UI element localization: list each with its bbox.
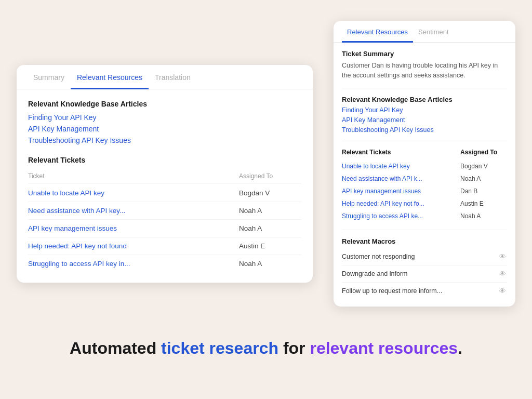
ticket-assigned-3: Austin E <box>239 242 301 250</box>
tab-summary[interactable]: Summary <box>27 65 71 89</box>
tab-sentiment[interactable]: Sentiment <box>413 21 454 43</box>
ticket-row-3: Help needed: API key not found Austin E <box>28 237 301 255</box>
back-ticket-name-3[interactable]: Help needed: API key not fo... <box>342 200 460 207</box>
back-card-tabs: Relevant Resources Sentiment <box>334 21 515 43</box>
front-col-assigned-header: Assigned To <box>239 172 301 180</box>
back-ticket-name-2[interactable]: API key management issues <box>342 188 460 195</box>
ticket-name-3[interactable]: Help needed: API key not found <box>28 242 239 250</box>
back-kb-link-2[interactable]: Troubleshooting API Key Issues <box>342 126 507 134</box>
back-col-ticket-header: Relevant Tickets <box>342 149 460 156</box>
macro-name-1: Downgrade and inform <box>342 270 498 277</box>
headline-prefix: Automated <box>70 339 161 357</box>
front-kb-link-1[interactable]: API Key Management <box>28 125 301 133</box>
back-ticket-assigned-0: Bogdan V <box>460 163 507 170</box>
back-ticket-summary-text: Customer Dan is having trouble locating … <box>342 61 507 88</box>
front-tickets-header: Ticket Assigned To <box>28 169 301 183</box>
ticket-name-2[interactable]: API key management issues <box>28 224 239 232</box>
macro-row-0: Customer not responding 👁 <box>342 248 507 265</box>
macro-name-2: Follow up to request more inform... <box>342 287 498 295</box>
headline-accent2: relevant resources <box>310 339 458 357</box>
back-ticket-row: Struggling to access API ke... Noah A <box>342 210 507 222</box>
cards-area: Relevant Resources Sentiment Ticket Summ… <box>17 16 515 327</box>
ticket-assigned-2: Noah A <box>239 224 301 232</box>
front-tickets-title: Relevant Tickets <box>28 156 301 164</box>
front-col-ticket-header: Ticket <box>28 172 239 180</box>
headline-accent1: ticket research <box>161 339 278 357</box>
tab-translation[interactable]: Translation <box>149 65 197 89</box>
front-tickets-section: Ticket Assigned To Unable to locate API … <box>28 169 301 272</box>
back-kb-link-0[interactable]: Finding Your API Key <box>342 107 507 114</box>
ticket-row-1: Need assistance with API key... Noah A <box>28 202 301 220</box>
ticket-name-4[interactable]: Struggling to access API key in... <box>28 260 239 268</box>
back-ticket-summary-title: Ticket Summary <box>342 50 507 58</box>
back-ticket-row: API key management issues Dan B <box>342 185 507 197</box>
eye-icon-2[interactable]: 👁 <box>498 286 507 296</box>
tab-relevant-resources-back[interactable]: Relevant Resources <box>342 21 413 43</box>
back-ticket-row: Help needed: API key not fo... Austin E <box>342 197 507 210</box>
back-tickets-area: Relevant Tickets Assigned To Unable to l… <box>342 149 507 230</box>
back-ticket-assigned-2: Dan B <box>460 188 507 195</box>
ticket-assigned-4: Noah A <box>239 260 301 268</box>
front-card-content: Relevant Knowledge Base Articles Finding… <box>17 89 313 283</box>
macro-name-0: Customer not responding <box>342 253 498 260</box>
front-kb-link-0[interactable]: Finding Your API Key <box>28 113 301 122</box>
ticket-name-0[interactable]: Unable to locate API key <box>28 189 239 197</box>
back-ticket-row: Need assistance with API k... Noah A <box>342 172 507 185</box>
ticket-row-0: Unable to locate API key Bogdan V <box>28 184 301 202</box>
back-ticket-assigned-3: Austin E <box>460 200 507 207</box>
ticket-row-4: Struggling to access API key in... Noah … <box>28 255 301 272</box>
headline-middle: for <box>278 339 310 357</box>
tab-relevant-resources-front[interactable]: Relevant Resources <box>71 65 149 89</box>
back-ticket-assigned-4: Noah A <box>460 212 507 220</box>
back-col-assigned-header: Assigned To <box>460 149 507 156</box>
front-card-tabs: Summary Relevant Resources Translation <box>17 65 313 89</box>
front-kb-title: Relevant Knowledge Base Articles <box>28 100 301 108</box>
front-kb-link-2[interactable]: Troubleshooting API Key Issues <box>28 136 301 144</box>
back-macros-title: Relevant Macros <box>342 237 507 245</box>
ticket-assigned-0: Bogdan V <box>239 189 301 197</box>
back-tickets-header: Relevant Tickets Assigned To <box>342 149 507 156</box>
headline: Automated ticket research for relevant r… <box>70 338 462 360</box>
back-ticket-name-4[interactable]: Struggling to access API ke... <box>342 212 460 220</box>
back-kb-title: Relevant Knowledge Base Articles <box>342 96 507 103</box>
back-ticket-assigned-1: Noah A <box>460 175 507 182</box>
card-front: Summary Relevant Resources Translation R… <box>17 65 313 283</box>
macros-area: Customer not responding 👁 Downgrade and … <box>342 248 507 299</box>
back-kb-link-1[interactable]: API Key Management <box>342 116 507 124</box>
page-wrapper: Relevant Resources Sentiment Ticket Summ… <box>0 0 532 399</box>
ticket-row-2: API key management issues Noah A <box>28 220 301 237</box>
back-card-content: Ticket Summary Customer Dan is having tr… <box>334 43 515 307</box>
ticket-name-1[interactable]: Need assistance with API key... <box>28 207 239 215</box>
back-ticket-name-0[interactable]: Unable to locate API key <box>342 163 460 170</box>
macro-row-2: Follow up to request more inform... 👁 <box>342 283 507 299</box>
back-ticket-row: Unable to locate API key Bogdan V <box>342 160 507 172</box>
eye-icon-0[interactable]: 👁 <box>498 252 507 261</box>
headline-suffix: . <box>458 339 462 357</box>
card-back: Relevant Resources Sentiment Ticket Summ… <box>334 21 515 307</box>
eye-icon-1[interactable]: 👁 <box>498 269 507 278</box>
ticket-assigned-1: Noah A <box>239 207 301 215</box>
macro-row-1: Downgrade and inform 👁 <box>342 265 507 283</box>
back-ticket-name-1[interactable]: Need assistance with API k... <box>342 175 460 182</box>
front-kb-links: Finding Your API Key API Key Management … <box>28 113 301 144</box>
back-kb-links: Finding Your API Key API Key Management … <box>342 107 507 141</box>
